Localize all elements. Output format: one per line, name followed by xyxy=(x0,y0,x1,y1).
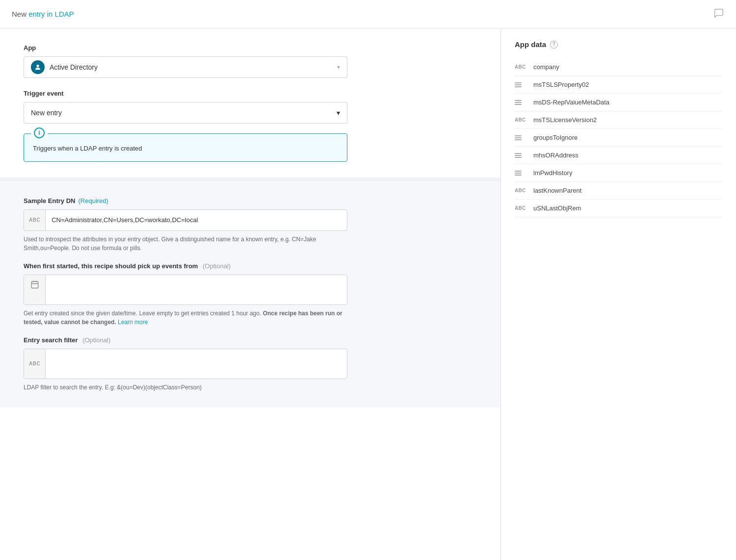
lines-data-icon xyxy=(515,100,528,105)
data-items-list: ABC company msTSLSProperty02 msDS-ReplVa… xyxy=(515,58,722,217)
sample-dn-helper: Used to introspect the attributes in you… xyxy=(24,235,347,253)
sample-dn-field: ABC xyxy=(24,209,347,231)
required-badge: (Required) xyxy=(78,197,108,204)
first-started-helper: Get entry created since the given date/t… xyxy=(24,309,347,327)
abc-data-icon: ABC xyxy=(515,117,528,123)
sample-dn-input-wrapper: ABC xyxy=(24,209,347,231)
list-item[interactable]: ABC lastKnownParent xyxy=(515,182,722,200)
sample-dn-input[interactable] xyxy=(46,210,347,230)
svg-rect-1 xyxy=(31,281,38,288)
list-item[interactable]: ABC msTSLicenseVersion2 xyxy=(515,111,722,129)
entry-filter-label: Entry search filter (Optional) xyxy=(24,336,347,344)
trigger-select[interactable]: New entry ▾ xyxy=(24,102,347,124)
entry-filter-input-wrapper: ABC xyxy=(24,349,347,379)
data-item-name: uSNLastObjRem xyxy=(533,204,581,212)
app-select-value: Active Directory xyxy=(50,63,337,71)
data-item-name: msTSLicenseVersion2 xyxy=(533,116,597,124)
data-item-name: groupsToIgnore xyxy=(533,134,578,141)
trigger-label: Trigger event xyxy=(24,90,477,97)
top-section: App Active Directory ▾ Trigger event New xyxy=(0,28,500,181)
info-box-header: i xyxy=(31,127,48,138)
list-item[interactable]: mhsORAddress xyxy=(515,147,722,164)
main-layout: App Active Directory ▾ Trigger event New xyxy=(0,28,736,560)
lines-data-icon xyxy=(515,171,528,176)
app-data-title: App data ? xyxy=(515,40,722,49)
info-box: i Triggers when a LDAP entry is created xyxy=(24,133,347,162)
list-item[interactable]: msTSLSProperty02 xyxy=(515,76,722,94)
data-item-name: company xyxy=(533,63,559,71)
trigger-chevron-icon: ▾ xyxy=(337,109,340,117)
abc-tag-dn: ABC xyxy=(24,210,46,230)
app-select[interactable]: Active Directory ▾ xyxy=(24,56,347,78)
abc-data-icon: ABC xyxy=(515,205,528,211)
app-select-wrapper: Active Directory ▾ xyxy=(24,56,347,78)
page-title-link[interactable]: entry in LDAP xyxy=(28,10,74,18)
abc-tag-filter: ABC xyxy=(24,349,46,379)
trigger-select-value: New entry xyxy=(31,109,337,117)
list-item[interactable]: ABC company xyxy=(515,58,722,76)
entry-filter-input[interactable] xyxy=(46,349,347,379)
left-panel: App Active Directory ▾ Trigger event New xyxy=(0,28,500,560)
first-started-input-wrapper xyxy=(24,275,347,305)
app-label: App xyxy=(24,44,477,51)
bottom-section: Sample Entry DN(Required) ABC Used to in… xyxy=(0,181,500,407)
entry-filter-helper: LDAP filter to search the entry. E.g: &(… xyxy=(24,383,347,392)
page-title: New entry in LDAP xyxy=(12,10,74,18)
app-icon xyxy=(31,60,45,74)
lines-data-icon xyxy=(515,153,528,158)
first-started-field xyxy=(24,275,347,305)
info-box-text: Triggers when a LDAP entry is created xyxy=(33,142,338,153)
help-icon[interactable]: ? xyxy=(550,41,558,49)
chevron-down-icon: ▾ xyxy=(337,64,340,71)
lines-data-icon xyxy=(515,82,528,87)
first-started-input[interactable] xyxy=(46,275,347,305)
entry-filter-field: ABC xyxy=(24,349,347,379)
svg-point-0 xyxy=(36,65,39,67)
learn-more-link[interactable]: Learn more xyxy=(118,319,148,326)
info-icon: i xyxy=(34,127,45,138)
list-item[interactable]: lmPwdHistory xyxy=(515,164,722,182)
abc-data-icon: ABC xyxy=(515,188,528,193)
data-item-name: lmPwdHistory xyxy=(533,169,572,177)
right-panel: App data ? ABC company msTSLSProperty02 xyxy=(500,28,736,560)
data-item-name: mhsORAddress xyxy=(533,152,578,159)
list-item[interactable]: groupsToIgnore xyxy=(515,129,722,147)
first-started-label: When first started, this recipe should p… xyxy=(24,262,347,270)
list-item[interactable]: ABC uSNLastObjRem xyxy=(515,200,722,217)
top-bar: New entry in LDAP xyxy=(0,0,736,28)
optional-badge-filter: (Optional) xyxy=(82,336,110,344)
data-item-name: msTSLSProperty02 xyxy=(533,81,589,88)
abc-data-icon: ABC xyxy=(515,64,528,70)
calendar-icon-wrapper xyxy=(24,275,46,305)
chat-icon[interactable] xyxy=(713,8,724,20)
data-item-name: lastKnownParent xyxy=(533,187,581,194)
data-item-name: msDS-ReplValueMetaData xyxy=(533,99,609,106)
sample-dn-label: Sample Entry DN(Required) xyxy=(24,197,347,204)
list-item[interactable]: msDS-ReplValueMetaData xyxy=(515,94,722,111)
lines-data-icon xyxy=(515,135,528,140)
optional-badge-first: (Optional) xyxy=(203,262,231,270)
